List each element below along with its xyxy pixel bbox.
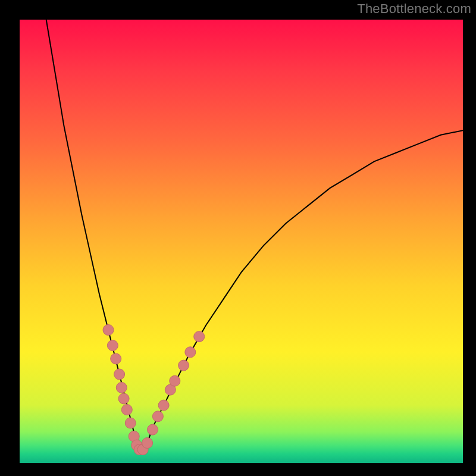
curve-layer [20, 20, 463, 463]
data-marker [111, 353, 121, 364]
data-marker [134, 444, 145, 455]
chart-wrapper: TheBottleneck.com [0, 0, 476, 476]
data-marker [137, 444, 148, 455]
plot-area [20, 20, 463, 463]
data-marker [125, 418, 136, 428]
data-marker [148, 424, 158, 435]
data-marker [142, 438, 153, 449]
data-marker [185, 347, 196, 358]
data-marker [170, 375, 180, 386]
data-marker [114, 369, 125, 380]
data-marker [129, 431, 139, 441]
data-marker [121, 405, 132, 415]
data-marker [118, 393, 129, 404]
data-marker [103, 325, 114, 336]
markers-layer [20, 20, 463, 463]
data-marker [158, 400, 169, 411]
watermark-text: TheBottleneck.com [357, 1, 471, 17]
data-marker [194, 331, 205, 342]
data-marker [165, 384, 176, 395]
data-marker [107, 340, 118, 351]
data-marker [178, 360, 189, 371]
data-marker [152, 411, 163, 422]
data-marker [116, 382, 127, 393]
data-marker [131, 440, 142, 450]
